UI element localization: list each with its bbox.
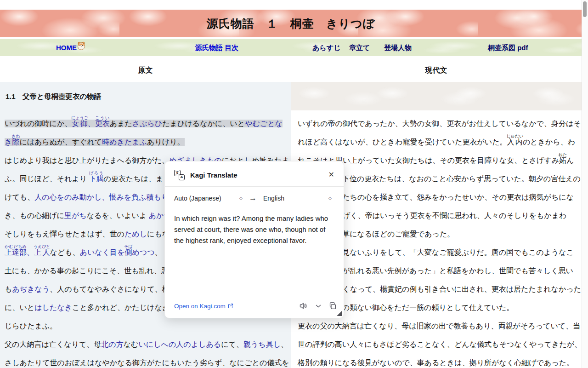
target-language-select[interactable]: English ◇ — [263, 195, 335, 202]
chevron-down-icon[interactable] — [315, 302, 322, 310]
text-link[interactable]: 里がち — [64, 212, 87, 219]
text-line: き際きわにはあらぬが、すぐれて時めきたまふありけり。 — [5, 133, 291, 151]
hamster-icon — [77, 39, 85, 48]
text-span: 世の評判の高い人々にもさほど劣ることなく、どんな儀式もそつなくやってきたが、 — [298, 340, 582, 348]
open-kagi-link[interactable]: Open on Kagi.com — [174, 303, 233, 310]
text-link[interactable]: あいなく目を — [80, 248, 125, 256]
text-link[interactable]: 、 — [27, 248, 34, 256]
nav-toc-link[interactable]: 源氏物語 目次 — [195, 39, 238, 56]
text-span: のときから、わ — [523, 138, 575, 146]
target-language-label: English — [263, 195, 284, 202]
text-link[interactable]: 親うち具し — [243, 340, 281, 348]
text-line: 更衣の父の大納言は亡くなり、母は旧家の出で教養もあり、両親がそろっていて、当 — [298, 317, 588, 335]
text-span: じらひたまふ。 — [5, 322, 57, 330]
text-link[interactable]: 下臈げろう — [89, 175, 103, 183]
text-span: そしりをもえ憚らせたまはず、世の — [5, 230, 124, 238]
text-span: にはあらぬが、すぐれて — [19, 138, 102, 146]
modern-section-band — [291, 82, 582, 110]
scrollbar-thumb[interactable] — [583, 1, 587, 17]
text-link[interactable]: はしたなき — [34, 304, 72, 311]
text-link[interactable]: ためし — [124, 230, 147, 238]
popup-header: 文 A Kagi Translate ✕ — [165, 161, 344, 186]
text-span: いづれの御時にか、 — [5, 120, 72, 127]
nav-synopsis-link[interactable]: あらすじ — [312, 39, 340, 56]
text-span: き、もの心細げに — [5, 212, 64, 219]
text-link[interactable]: 女御にょうご — [72, 120, 87, 127]
section-heading: 1.1 父帝と母桐壺更衣の物語 — [0, 82, 291, 108]
text-span: も — [5, 285, 12, 293]
language-row: Auto (Japanese) ◇ → English ◇ — [165, 187, 344, 208]
nav-characters-link[interactable]: 登場人物 — [384, 39, 412, 56]
nav-chapters-link[interactable]: 章立て — [349, 39, 370, 56]
text-line: さしあたりて世のおぼえはなやかなる御方がたにもいたう劣らず、なにごとの儀式を — [5, 354, 291, 368]
text-line: いずれの帝の御代であったか、大勢の女御、更衣がお仕えしているなかで、身分はそ — [298, 115, 588, 133]
close-icon[interactable]: ✕ — [328, 170, 335, 179]
text-span: れほど高くはないが、ひときわ寵愛を受けていた更衣がいた。 — [298, 138, 507, 146]
arrow-right-icon: → — [249, 194, 257, 203]
chevron-diamond-icon: ◇ — [328, 196, 332, 201]
nav-pdf-link[interactable]: 桐壷系図 pdf — [488, 39, 528, 56]
page-banner: 源氏物語 １ 桐壷 きりつぼ — [0, 10, 582, 37]
text-span: あまた — [110, 120, 132, 127]
text-link[interactable]: 上人うえびと — [34, 248, 50, 256]
copy-icon[interactable] — [328, 302, 337, 310]
column-headers: 原文 現代文 — [0, 56, 582, 82]
nav-home-link[interactable]: HOME — [56, 39, 77, 56]
text-line: 格別の頼りになる後見がないので、事あるときは、拠り所がなく心細げであった。 — [298, 354, 588, 368]
speaker-icon[interactable] — [299, 301, 308, 310]
text-span: さしあたりて世のおぼえはなやかなる御方がたにもいたう劣らず、なにごとの儀式を — [5, 359, 289, 367]
text-span: ありけり。 — [147, 138, 185, 146]
text-link[interactable]: 人の心をのみ動かし、恨みを負ふ積もり — [34, 193, 169, 201]
text-span: にて、 — [221, 340, 243, 348]
text-span: たまひけるなかに、いと — [162, 120, 245, 127]
original-column-header: 原文 — [0, 56, 291, 82]
text-link[interactable]: めつつ — [132, 248, 154, 256]
text-link[interactable]: 側そば — [124, 248, 132, 256]
text-line: れほど高くはないが、ひときわ寵愛を受けていた更衣がいた。入内じゅだいのときから、… — [298, 133, 588, 151]
source-language-select[interactable]: Auto (Japanese) ◇ — [174, 195, 246, 202]
resize-handle[interactable] — [337, 311, 342, 316]
text-span: いずれの帝の御代であったか、大勢の女御、更衣がお仕えしているなかで、身分はそ — [298, 120, 581, 127]
text-link[interactable]: 、 — [88, 120, 95, 127]
text-link[interactable]: 時めきたまふ — [102, 138, 147, 146]
text-span: ふ。同じほど、それより — [5, 175, 89, 183]
text-span: 妬ねた — [559, 156, 566, 164]
nav-bar: HOME 源氏物語 目次 あらすじ 章立て 登場人物 桐壷系図 pdf — [0, 39, 582, 56]
text-span: 格別の頼りになる後見がないので、事あるときは、拠り所がなく心細げであった。 — [298, 359, 574, 367]
text-line: 世の評判の高い人々にもさほど劣ることなく、どんな儀式もそつなくやってきたが、 — [298, 335, 588, 354]
text-link[interactable]: さぶらひ — [132, 120, 163, 127]
text-link[interactable]: 際きわ — [12, 138, 19, 146]
page-scrollbar[interactable] — [582, 0, 588, 368]
page-title: 源氏物語 １ 桐壷 きりつぼ — [207, 16, 375, 31]
popup-title: Kagi Translate — [190, 171, 328, 179]
text-span: 、 — [281, 340, 288, 348]
text-link[interactable]: あぢきなう — [12, 285, 50, 293]
modern-column-header: 現代文 — [291, 56, 582, 82]
text-span: けても、 — [5, 193, 34, 201]
text-span: はじめより我はと思ひ上がりたまへる御方がた、 — [5, 156, 169, 164]
text-link[interactable]: 上達部かむだちめ — [5, 248, 27, 256]
text-link[interactable]: 更衣こうい — [95, 120, 110, 127]
text-span: なむ — [124, 340, 139, 348]
text-line: 父の大納言は亡くなりて、母北の方なむいにしへの人のよしあるにて、親うち具し、 — [5, 335, 291, 354]
text-link[interactable]: 北の方 — [101, 340, 123, 348]
text-link[interactable]: いにしへの人のよしある — [138, 340, 221, 348]
translate-icon: 文 A — [174, 169, 185, 180]
source-language-label: Auto (Japanese) — [174, 195, 221, 202]
text-span: なるを、いよいよ — [87, 212, 149, 219]
popup-footer: Open on Kagi.com — [174, 301, 337, 310]
text-span: 更衣の父の大納言は亡くなり、母は旧家の出で教養もあり、両親がそろっていて、当 — [298, 322, 580, 330]
text-link[interactable]: き — [5, 138, 12, 146]
translation-text: In which reign was it? Among the many la… — [165, 208, 344, 246]
kagi-translate-popup: 文 A Kagi Translate ✕ Auto (Japanese) ◇ →… — [164, 161, 344, 318]
text-line: じらひたまふ。 — [5, 317, 291, 335]
chevron-diamond-icon: ◇ — [239, 196, 243, 201]
text-link[interactable]: やむごとな — [245, 120, 283, 127]
text-span: ん — [566, 156, 574, 164]
external-link-icon — [228, 303, 233, 309]
text-span: なども、 — [50, 248, 79, 256]
text-span: 入内じゅだい — [507, 138, 523, 146]
text-line: いづれの御時にか、女御にょうご、更衣こういあまたさぶらひたまひけるなかに、いとや… — [5, 115, 291, 133]
text-span: 父の大納言は亡くなりて、母 — [5, 340, 101, 348]
text-span: に、いと — [5, 304, 34, 311]
